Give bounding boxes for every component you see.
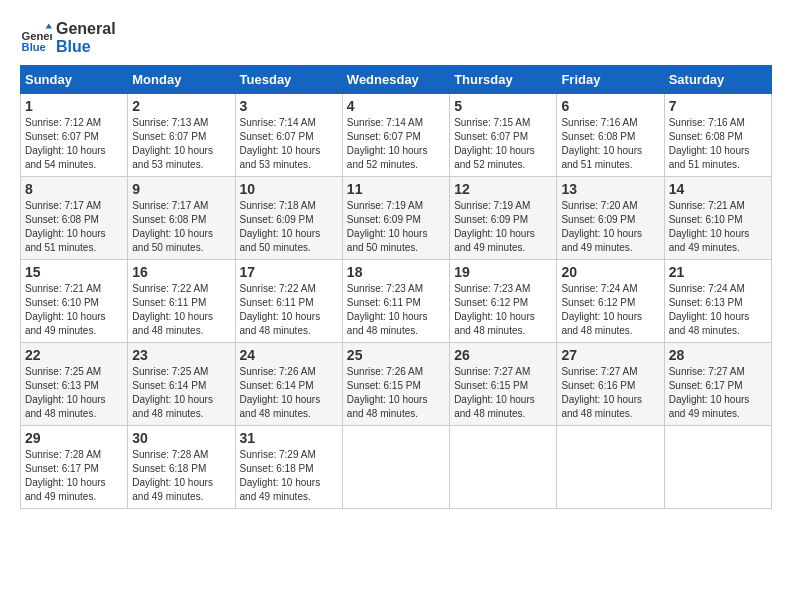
logo: General Blue General Blue bbox=[20, 20, 116, 55]
calendar-day-9: 9 Sunrise: 7:17 AM Sunset: 6:08 PM Dayli… bbox=[128, 177, 235, 260]
calendar-day-14: 14 Sunrise: 7:21 AM Sunset: 6:10 PM Dayl… bbox=[664, 177, 771, 260]
day-number: 18 bbox=[347, 264, 445, 280]
calendar-day-28: 28 Sunrise: 7:27 AM Sunset: 6:17 PM Dayl… bbox=[664, 343, 771, 426]
calendar-day-21: 21 Sunrise: 7:24 AM Sunset: 6:13 PM Dayl… bbox=[664, 260, 771, 343]
calendar-day-16: 16 Sunrise: 7:22 AM Sunset: 6:11 PM Dayl… bbox=[128, 260, 235, 343]
calendar-day-25: 25 Sunrise: 7:26 AM Sunset: 6:15 PM Dayl… bbox=[342, 343, 449, 426]
day-number: 1 bbox=[25, 98, 123, 114]
calendar-day-26: 26 Sunrise: 7:27 AM Sunset: 6:15 PM Dayl… bbox=[450, 343, 557, 426]
calendar-day-12: 12 Sunrise: 7:19 AM Sunset: 6:09 PM Dayl… bbox=[450, 177, 557, 260]
calendar-week-row: 15 Sunrise: 7:21 AM Sunset: 6:10 PM Dayl… bbox=[21, 260, 772, 343]
day-info: Sunrise: 7:26 AM Sunset: 6:14 PM Dayligh… bbox=[240, 365, 338, 421]
calendar-empty-cell bbox=[450, 426, 557, 509]
day-number: 11 bbox=[347, 181, 445, 197]
calendar-day-18: 18 Sunrise: 7:23 AM Sunset: 6:11 PM Dayl… bbox=[342, 260, 449, 343]
day-info: Sunrise: 7:24 AM Sunset: 6:12 PM Dayligh… bbox=[561, 282, 659, 338]
header-friday: Friday bbox=[557, 66, 664, 94]
calendar-header-row: SundayMondayTuesdayWednesdayThursdayFrid… bbox=[21, 66, 772, 94]
calendar-empty-cell bbox=[557, 426, 664, 509]
calendar-day-17: 17 Sunrise: 7:22 AM Sunset: 6:11 PM Dayl… bbox=[235, 260, 342, 343]
header-monday: Monday bbox=[128, 66, 235, 94]
calendar-day-2: 2 Sunrise: 7:13 AM Sunset: 6:07 PM Dayli… bbox=[128, 94, 235, 177]
header-tuesday: Tuesday bbox=[235, 66, 342, 94]
day-number: 4 bbox=[347, 98, 445, 114]
logo-icon: General Blue bbox=[20, 22, 52, 54]
day-info: Sunrise: 7:25 AM Sunset: 6:13 PM Dayligh… bbox=[25, 365, 123, 421]
calendar-day-27: 27 Sunrise: 7:27 AM Sunset: 6:16 PM Dayl… bbox=[557, 343, 664, 426]
day-number: 29 bbox=[25, 430, 123, 446]
calendar-day-7: 7 Sunrise: 7:16 AM Sunset: 6:08 PM Dayli… bbox=[664, 94, 771, 177]
day-number: 19 bbox=[454, 264, 552, 280]
day-info: Sunrise: 7:21 AM Sunset: 6:10 PM Dayligh… bbox=[669, 199, 767, 255]
calendar-day-24: 24 Sunrise: 7:26 AM Sunset: 6:14 PM Dayl… bbox=[235, 343, 342, 426]
day-info: Sunrise: 7:27 AM Sunset: 6:15 PM Dayligh… bbox=[454, 365, 552, 421]
logo-text-general: General bbox=[56, 20, 116, 38]
day-info: Sunrise: 7:15 AM Sunset: 6:07 PM Dayligh… bbox=[454, 116, 552, 172]
calendar-day-19: 19 Sunrise: 7:23 AM Sunset: 6:12 PM Dayl… bbox=[450, 260, 557, 343]
day-number: 3 bbox=[240, 98, 338, 114]
day-number: 27 bbox=[561, 347, 659, 363]
day-info: Sunrise: 7:27 AM Sunset: 6:17 PM Dayligh… bbox=[669, 365, 767, 421]
day-number: 22 bbox=[25, 347, 123, 363]
calendar-day-8: 8 Sunrise: 7:17 AM Sunset: 6:08 PM Dayli… bbox=[21, 177, 128, 260]
day-number: 2 bbox=[132, 98, 230, 114]
calendar-day-22: 22 Sunrise: 7:25 AM Sunset: 6:13 PM Dayl… bbox=[21, 343, 128, 426]
calendar-empty-cell bbox=[664, 426, 771, 509]
day-number: 24 bbox=[240, 347, 338, 363]
day-number: 17 bbox=[240, 264, 338, 280]
day-info: Sunrise: 7:22 AM Sunset: 6:11 PM Dayligh… bbox=[132, 282, 230, 338]
calendar-day-6: 6 Sunrise: 7:16 AM Sunset: 6:08 PM Dayli… bbox=[557, 94, 664, 177]
day-number: 26 bbox=[454, 347, 552, 363]
day-number: 9 bbox=[132, 181, 230, 197]
calendar-week-row: 29 Sunrise: 7:28 AM Sunset: 6:17 PM Dayl… bbox=[21, 426, 772, 509]
day-info: Sunrise: 7:12 AM Sunset: 6:07 PM Dayligh… bbox=[25, 116, 123, 172]
calendar-day-13: 13 Sunrise: 7:20 AM Sunset: 6:09 PM Dayl… bbox=[557, 177, 664, 260]
day-number: 6 bbox=[561, 98, 659, 114]
day-number: 5 bbox=[454, 98, 552, 114]
day-number: 7 bbox=[669, 98, 767, 114]
day-number: 28 bbox=[669, 347, 767, 363]
calendar-day-15: 15 Sunrise: 7:21 AM Sunset: 6:10 PM Dayl… bbox=[21, 260, 128, 343]
day-info: Sunrise: 7:28 AM Sunset: 6:17 PM Dayligh… bbox=[25, 448, 123, 504]
day-info: Sunrise: 7:17 AM Sunset: 6:08 PM Dayligh… bbox=[132, 199, 230, 255]
day-info: Sunrise: 7:23 AM Sunset: 6:12 PM Dayligh… bbox=[454, 282, 552, 338]
day-info: Sunrise: 7:16 AM Sunset: 6:08 PM Dayligh… bbox=[561, 116, 659, 172]
day-info: Sunrise: 7:21 AM Sunset: 6:10 PM Dayligh… bbox=[25, 282, 123, 338]
calendar-week-row: 8 Sunrise: 7:17 AM Sunset: 6:08 PM Dayli… bbox=[21, 177, 772, 260]
calendar-table: SundayMondayTuesdayWednesdayThursdayFrid… bbox=[20, 65, 772, 509]
calendar-week-row: 1 Sunrise: 7:12 AM Sunset: 6:07 PM Dayli… bbox=[21, 94, 772, 177]
page-header: General Blue General Blue bbox=[20, 20, 772, 55]
day-info: Sunrise: 7:14 AM Sunset: 6:07 PM Dayligh… bbox=[347, 116, 445, 172]
calendar-empty-cell bbox=[342, 426, 449, 509]
day-number: 20 bbox=[561, 264, 659, 280]
day-number: 12 bbox=[454, 181, 552, 197]
day-info: Sunrise: 7:19 AM Sunset: 6:09 PM Dayligh… bbox=[347, 199, 445, 255]
day-info: Sunrise: 7:24 AM Sunset: 6:13 PM Dayligh… bbox=[669, 282, 767, 338]
calendar-week-row: 22 Sunrise: 7:25 AM Sunset: 6:13 PM Dayl… bbox=[21, 343, 772, 426]
day-info: Sunrise: 7:14 AM Sunset: 6:07 PM Dayligh… bbox=[240, 116, 338, 172]
day-number: 15 bbox=[25, 264, 123, 280]
day-info: Sunrise: 7:28 AM Sunset: 6:18 PM Dayligh… bbox=[132, 448, 230, 504]
day-number: 23 bbox=[132, 347, 230, 363]
day-info: Sunrise: 7:13 AM Sunset: 6:07 PM Dayligh… bbox=[132, 116, 230, 172]
day-number: 16 bbox=[132, 264, 230, 280]
day-number: 14 bbox=[669, 181, 767, 197]
day-info: Sunrise: 7:23 AM Sunset: 6:11 PM Dayligh… bbox=[347, 282, 445, 338]
day-info: Sunrise: 7:27 AM Sunset: 6:16 PM Dayligh… bbox=[561, 365, 659, 421]
calendar-day-23: 23 Sunrise: 7:25 AM Sunset: 6:14 PM Dayl… bbox=[128, 343, 235, 426]
day-number: 10 bbox=[240, 181, 338, 197]
header-saturday: Saturday bbox=[664, 66, 771, 94]
day-info: Sunrise: 7:22 AM Sunset: 6:11 PM Dayligh… bbox=[240, 282, 338, 338]
day-info: Sunrise: 7:25 AM Sunset: 6:14 PM Dayligh… bbox=[132, 365, 230, 421]
calendar-day-10: 10 Sunrise: 7:18 AM Sunset: 6:09 PM Dayl… bbox=[235, 177, 342, 260]
calendar-day-1: 1 Sunrise: 7:12 AM Sunset: 6:07 PM Dayli… bbox=[21, 94, 128, 177]
day-number: 13 bbox=[561, 181, 659, 197]
day-info: Sunrise: 7:26 AM Sunset: 6:15 PM Dayligh… bbox=[347, 365, 445, 421]
day-info: Sunrise: 7:20 AM Sunset: 6:09 PM Dayligh… bbox=[561, 199, 659, 255]
day-number: 25 bbox=[347, 347, 445, 363]
day-number: 31 bbox=[240, 430, 338, 446]
day-number: 30 bbox=[132, 430, 230, 446]
day-number: 21 bbox=[669, 264, 767, 280]
calendar-day-30: 30 Sunrise: 7:28 AM Sunset: 6:18 PM Dayl… bbox=[128, 426, 235, 509]
calendar-day-5: 5 Sunrise: 7:15 AM Sunset: 6:07 PM Dayli… bbox=[450, 94, 557, 177]
